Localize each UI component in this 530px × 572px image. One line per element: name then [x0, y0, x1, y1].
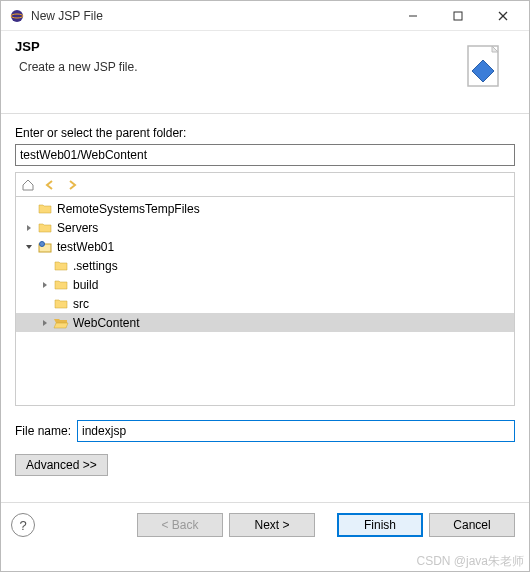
tree-node-label: build	[72, 278, 99, 292]
close-button[interactable]	[480, 2, 525, 30]
tree-row[interactable]: Servers	[16, 218, 514, 237]
folder-open-icon	[53, 315, 69, 331]
tree-row[interactable]: .settings	[16, 256, 514, 275]
filename-label: File name:	[15, 424, 71, 438]
back-arrow-icon[interactable]	[42, 177, 58, 193]
window-title: New JSP File	[31, 9, 390, 23]
wizard-header: JSP Create a new JSP file.	[1, 31, 529, 114]
tree-row[interactable]: src	[16, 294, 514, 313]
parent-folder-input[interactable]	[15, 144, 515, 166]
tree-row[interactable]: build	[16, 275, 514, 294]
advanced-button[interactable]: Advanced >>	[15, 454, 108, 476]
header-description: Create a new JSP file.	[15, 60, 455, 74]
next-button[interactable]: Next >	[229, 513, 315, 537]
wizard-footer: ? < Back Next > Finish Cancel	[1, 503, 529, 547]
tree-node-label: WebContent	[72, 316, 141, 330]
filename-input[interactable]	[77, 420, 515, 442]
project-icon	[37, 239, 53, 255]
tree-row[interactable]: WebContent	[16, 313, 514, 332]
cancel-button[interactable]: Cancel	[429, 513, 515, 537]
minimize-button[interactable]	[390, 2, 435, 30]
maximize-button[interactable]	[435, 2, 480, 30]
tree-node-label: testWeb01	[56, 240, 115, 254]
folder-icon	[53, 258, 69, 274]
forward-arrow-icon[interactable]	[64, 177, 80, 193]
svg-point-0	[11, 10, 23, 22]
tree-node-label: src	[72, 297, 90, 311]
tree-row[interactable]: RemoteSystemsTempFiles	[16, 199, 514, 218]
folder-icon	[53, 277, 69, 293]
tree-node-label: RemoteSystemsTempFiles	[56, 202, 201, 216]
twisty-icon[interactable]	[22, 224, 36, 232]
folder-icon	[53, 296, 69, 312]
twisty-icon[interactable]	[22, 243, 36, 251]
tree-node-label: .settings	[72, 259, 119, 273]
jsp-file-icon	[455, 39, 515, 99]
folder-tree[interactable]: RemoteSystemsTempFilesServerstestWeb01.s…	[15, 196, 515, 406]
tree-node-label: Servers	[56, 221, 99, 235]
tree-toolbar	[15, 172, 515, 196]
home-icon[interactable]	[20, 177, 36, 193]
svg-point-10	[40, 241, 45, 246]
parent-folder-label: Enter or select the parent folder:	[15, 126, 515, 140]
header-title: JSP	[15, 39, 455, 54]
folder-icon	[37, 220, 53, 236]
folder-icon	[37, 201, 53, 217]
tree-row[interactable]: testWeb01	[16, 237, 514, 256]
finish-button[interactable]: Finish	[337, 513, 423, 537]
watermark: CSDN @java朱老师	[416, 553, 524, 570]
eclipse-icon	[9, 8, 25, 24]
help-button[interactable]: ?	[11, 513, 35, 537]
back-button[interactable]: < Back	[137, 513, 223, 537]
twisty-icon[interactable]	[38, 281, 52, 289]
wizard-content: Enter or select the parent folder: Remot…	[1, 114, 529, 484]
twisty-icon[interactable]	[38, 319, 52, 327]
titlebar: New JSP File	[1, 1, 529, 31]
svg-rect-3	[454, 12, 462, 20]
